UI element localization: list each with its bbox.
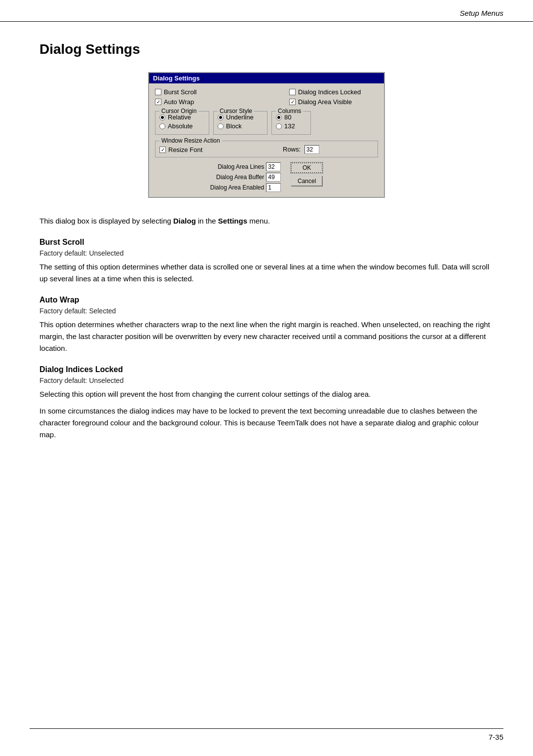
- cursor-origin-label: Cursor Origin: [159, 108, 198, 114]
- cursor-origin-group: Cursor Origin Relative Absolute: [155, 111, 209, 135]
- dialog-fields-and-buttons: Dialog Area Lines 32 Dialog Area Buffer …: [155, 162, 378, 192]
- dialog-row-1: Burst Scroll Dialog Indices Locked: [155, 88, 378, 96]
- dialog-area-visible-checkbox[interactable]: Dialog Area Visible: [289, 98, 378, 106]
- cursor-style-block[interactable]: Block: [218, 122, 263, 130]
- dialog-area-buffer-row: Dialog Area Buffer 49: [210, 173, 281, 182]
- header-title: Setup Menus: [460, 9, 503, 17]
- columns-132-radio[interactable]: [276, 123, 282, 129]
- burst-scroll-box[interactable]: [155, 89, 161, 95]
- dialog-area-buffer-input[interactable]: 49: [266, 173, 281, 182]
- dialog-settings-box: Dialog Settings Burst Scroll Dialog Indi…: [148, 72, 385, 198]
- resize-row: Resize Font Rows: 32: [159, 145, 374, 154]
- page-header: Setup Menus: [0, 0, 533, 22]
- rows-label: Rows: 32: [283, 145, 319, 154]
- page-content: Dialog Settings Dialog Settings Burst Sc…: [0, 22, 533, 475]
- columns-80-radio[interactable]: [276, 114, 282, 120]
- burst-scroll-checkbox[interactable]: Burst Scroll: [155, 88, 244, 96]
- auto-wrap-body: This option determines whether character…: [39, 319, 494, 354]
- auto-wrap-checkbox[interactable]: Auto Wrap: [155, 98, 244, 106]
- dialog-indices-locked-body2: In some circumstances the dialog indices…: [39, 405, 494, 441]
- columns-132[interactable]: 132: [276, 122, 306, 130]
- dialog-fields-col: Dialog Area Lines 32 Dialog Area Buffer …: [210, 162, 281, 192]
- auto-wrap-heading: Auto Wrap: [39, 296, 494, 304]
- dialog-titlebar: Dialog Settings: [149, 73, 384, 83]
- columns-132-label: 132: [284, 122, 295, 130]
- dialog-area-lines-label: Dialog Area Lines: [218, 163, 264, 170]
- dialog-row-2: Auto Wrap Dialog Area Visible: [155, 98, 378, 106]
- dialog-indices-locked-factory: Factory default: Unselected: [39, 377, 494, 384]
- dialog-area-buffer-label: Dialog Area Buffer: [216, 174, 264, 181]
- cursor-style-label: Cursor Style: [218, 108, 254, 114]
- cursor-style-underline-label: Underline: [226, 113, 254, 121]
- columns-80-label: 80: [284, 113, 291, 121]
- dialog-area-visible-label: Dialog Area Visible: [298, 98, 352, 106]
- dialog-area-enabled-label: Dialog Area Enabled: [210, 184, 264, 191]
- cursor-origin-absolute[interactable]: Absolute: [159, 122, 205, 130]
- dialog-indices-locked-box[interactable]: [289, 89, 296, 95]
- rows-input[interactable]: 32: [305, 145, 319, 154]
- cursor-origin-relative[interactable]: Relative: [159, 113, 205, 121]
- page-footer: 7-35: [30, 728, 503, 741]
- cursor-style-group: Cursor Style Underline Block: [213, 111, 267, 135]
- cursor-style-block-label: Block: [226, 122, 242, 130]
- auto-wrap-factory: Factory default: Selected: [39, 307, 494, 315]
- resize-font-checkbox[interactable]: Resize Font: [159, 146, 248, 153]
- columns-80[interactable]: 80: [276, 113, 306, 121]
- burst-scroll-body: The setting of this option determines wh…: [39, 261, 494, 285]
- burst-scroll-heading: Burst Scroll: [39, 238, 494, 247]
- cursor-style-underline[interactable]: Underline: [218, 113, 263, 121]
- dialog-area-enabled-row: Dialog Area Enabled 1: [210, 183, 281, 192]
- cursor-style-block-radio[interactable]: [218, 123, 224, 129]
- dialog-area-lines-input[interactable]: 32: [266, 162, 281, 171]
- columns-label: Columns: [276, 108, 303, 114]
- cursor-origin-absolute-radio[interactable]: [159, 123, 165, 129]
- auto-wrap-label: Auto Wrap: [164, 98, 194, 106]
- dialog-indices-locked-body1: Selecting this option will prevent the h…: [39, 388, 494, 400]
- window-resize-group: Window Resize Action Resize Font Rows: 3…: [155, 141, 378, 157]
- burst-scroll-factory: Factory default: Unselected: [39, 249, 494, 257]
- groups-row: Cursor Origin Relative Absolute Cursor S…: [155, 108, 378, 138]
- intro-settings-bold: Settings: [218, 217, 247, 225]
- window-resize-label: Window Resize Action: [159, 137, 222, 144]
- dialog-indices-locked-heading: Dialog Indices Locked: [39, 365, 494, 374]
- dialog-area-enabled-input[interactable]: 1: [266, 183, 281, 192]
- dialog-indices-locked-label: Dialog Indices Locked: [298, 88, 361, 96]
- cursor-origin-absolute-label: Absolute: [168, 122, 193, 130]
- cancel-button[interactable]: Cancel: [291, 176, 323, 187]
- dialog-indices-locked-checkbox[interactable]: Dialog Indices Locked: [289, 88, 378, 96]
- page-title: Dialog Settings: [39, 41, 494, 57]
- intro-between: in the: [196, 217, 218, 225]
- intro-before: This dialog box is displayed by selectin…: [39, 217, 173, 225]
- buttons-col: OK Cancel: [291, 162, 323, 187]
- dialog-area-lines-row: Dialog Area Lines 32: [210, 162, 281, 171]
- cursor-style-underline-radio[interactable]: [218, 114, 224, 120]
- resize-font-label: Resize Font: [168, 146, 202, 153]
- resize-font-box[interactable]: [159, 147, 166, 153]
- ok-button[interactable]: OK: [291, 162, 323, 173]
- intro-dialog-bold: Dialog: [173, 217, 196, 225]
- cursor-origin-relative-radio[interactable]: [159, 114, 165, 120]
- dialog-area-visible-box[interactable]: [289, 99, 296, 105]
- dialog-body: Burst Scroll Dialog Indices Locked Auto …: [149, 83, 384, 197]
- auto-wrap-box[interactable]: [155, 99, 161, 105]
- cursor-origin-relative-label: Relative: [168, 113, 191, 121]
- intro-paragraph: This dialog box is displayed by selectin…: [39, 216, 494, 227]
- columns-group: Columns 80 132: [271, 111, 311, 135]
- intro-after: menu.: [247, 217, 270, 225]
- burst-scroll-label: Burst Scroll: [164, 88, 196, 96]
- page-number: 7-35: [489, 733, 503, 741]
